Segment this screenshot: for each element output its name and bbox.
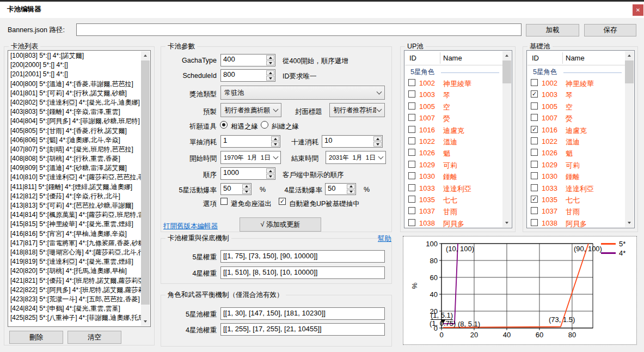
tencost-field[interactable]: 10: [322, 135, 383, 148]
spin-down-icon[interactable]: [373, 142, 382, 147]
list-item[interactable]: [413|813] 5*:[可莉] 4*:[芭芭拉,砂糖,菲謝爾]: [9, 201, 141, 210]
list-item[interactable]: [420|820] 5*:[胡桃] 4*:[托馬,迪奧娜,早柚]: [9, 266, 141, 276]
row-checkbox[interactable]: [531, 207, 538, 214]
base-table-scrollbar[interactable]: [625, 51, 634, 227]
list-item[interactable]: [424|824] 5*:[申鶴] 4*:[凝光,重雲,雲堇]: [9, 304, 141, 313]
pool-listbox[interactable]: [100|803] 5*:[] 4*:[諾艾爾][200|2000] 5*:[]…: [8, 50, 151, 327]
save-button[interactable]: 保存: [584, 24, 636, 37]
scroll-down-icon[interactable]: [502, 219, 511, 227]
list-item[interactable]: [410|810] 5*:[達達利亞] 4*:[蘿莎莉亞,芭芭拉,菲謝爾]: [9, 173, 141, 182]
spin-down-icon[interactable]: [242, 190, 250, 195]
scroll-thumb[interactable]: [502, 60, 511, 83]
col-header-name[interactable]: Name: [443, 54, 462, 62]
table-row[interactable]: 1007熒: [405, 112, 502, 124]
base-pool-table[interactable]: ID Name 5星角色 1002神里綾華✓1003琴1005空1007熒✓10…: [526, 50, 635, 228]
radio-encounter[interactable]: [220, 121, 228, 129]
load-button[interactable]: 加載: [526, 24, 579, 37]
path-input[interactable]: [76, 23, 522, 36]
list-item[interactable]: [100|803] 5*:[] 4*:[諾艾爾]: [9, 51, 141, 60]
table-row[interactable]: 1022溫迪: [405, 136, 502, 147]
add-update-button[interactable]: √ 添加或更新: [240, 217, 321, 232]
list-item[interactable]: [416|816] 5*:[宵宮] 4*:[早柚,迪奧娜,辛焱]: [9, 229, 141, 239]
table-row[interactable]: 1029可莉: [405, 159, 502, 171]
list-item[interactable]: [411|811] 5*:[鍾離] 4*:[煙緋,諾艾爾,迪奧娜]: [9, 183, 141, 192]
spin-up-icon[interactable]: [373, 136, 382, 141]
list-item[interactable]: [402|802] 5*:[達達利亞] 4*:[凝光,北斗,迪奧娜]: [9, 98, 141, 107]
spin-down-icon[interactable]: [266, 60, 274, 65]
row-checkbox[interactable]: [408, 114, 415, 121]
table-row[interactable]: 1005空: [528, 101, 625, 112]
table-row[interactable]: ✓1035七七: [528, 194, 625, 205]
spin-up-icon[interactable]: [266, 55, 274, 60]
list-item[interactable]: [405|805] 5*:[甘雨] 4*:[香菱,行秋,諾艾爾]: [9, 126, 141, 136]
table-row[interactable]: 1038阿貝多: [405, 217, 502, 228]
auto-avoid-checkbox[interactable]: ✓: [279, 198, 286, 205]
spin-up-icon[interactable]: [242, 184, 250, 189]
list-item[interactable]: [412|812] 5*:[優菈] 4*:[辛焱,行秋,北斗]: [9, 192, 141, 201]
list-item[interactable]: [408|808] 5*:[胡桃] 4*:[行秋,重雲,香菱]: [9, 154, 141, 163]
list-item[interactable]: [425|825] 5*:[八重神子] 4*:[菲謝爾,迪奧娜,托馬]: [9, 313, 141, 323]
bw5-input[interactable]: [[1, 30], [147, 150], [181, 10230]]: [220, 307, 385, 320]
row-checkbox[interactable]: [408, 161, 415, 168]
list-item[interactable]: [407|807] 5*:[刻晴] 4*:[凝光,班尼特,芭芭拉]: [9, 145, 141, 154]
rate5-field[interactable]: 50: [220, 183, 252, 195]
col-header-name[interactable]: Name: [566, 54, 585, 62]
row-checkbox[interactable]: [408, 207, 415, 214]
radio-intertwined[interactable]: [261, 121, 268, 129]
table-row[interactable]: 1005空: [405, 101, 502, 112]
gachatype-field[interactable]: 400: [220, 54, 275, 66]
up-pool-table[interactable]: ID Name 5星角色 1002神里綾華1003琴1005空1007熒1016…: [404, 50, 512, 228]
spin-up-icon[interactable]: [266, 70, 274, 75]
table-row[interactable]: 1026魈: [405, 147, 502, 159]
row-checkbox[interactable]: [531, 219, 538, 226]
scroll-down-icon[interactable]: [625, 219, 634, 227]
row-checkbox[interactable]: [408, 172, 415, 179]
row-checkbox[interactable]: [408, 219, 415, 226]
list-item[interactable]: [200|2000] 5*:[] 4*:[]: [9, 60, 141, 70]
up-table-scrollbar[interactable]: [502, 51, 511, 227]
row-checkbox[interactable]: [408, 137, 415, 144]
row-checkbox[interactable]: [531, 137, 538, 144]
w5-input[interactable]: [[1, 75], [73, 150], [90, 10000]]: [220, 250, 385, 263]
scroll-thumb[interactable]: [625, 60, 634, 83]
row-checkbox[interactable]: [531, 149, 538, 156]
spin-down-icon[interactable]: [266, 76, 274, 81]
table-row[interactable]: 1026魈: [528, 147, 625, 159]
list-item[interactable]: [404|804] 5*:[阿貝多] 4*:[菲謝爾,砂糖,班尼特]: [9, 117, 141, 126]
close-button[interactable]: ✕: [633, 4, 643, 16]
table-row[interactable]: 1037甘雨: [528, 205, 625, 217]
list-item[interactable]: [415|815] 5*:[神里綾華] 4*:[凝光,重雲,煙緋]: [9, 220, 141, 229]
table-row[interactable]: 1029可莉: [528, 159, 625, 171]
table-row[interactable]: 1002神里綾華: [405, 77, 502, 89]
row-checkbox-checked[interactable]: ✓: [531, 196, 538, 203]
row-checkbox[interactable]: [531, 114, 538, 121]
row-checkbox[interactable]: [408, 102, 415, 110]
table-row[interactable]: 1003琴: [405, 89, 502, 100]
open-old-editor-link[interactable]: 打開舊版本編輯器: [163, 222, 218, 231]
list-item[interactable]: [414|814] 5*:[楓原萬葉] 4*:[蘿莎莉亞,班尼特,雷澤]: [9, 210, 141, 220]
table-row[interactable]: 1035七七: [405, 194, 502, 205]
row-checkbox[interactable]: [408, 126, 415, 133]
list-item[interactable]: [422|822] 5*:[阿貝多] 4*:[班尼特,諾艾爾,蘿莎莉亞]: [9, 286, 141, 295]
row-checkbox-checked[interactable]: ✓: [531, 126, 538, 133]
row-checkbox-checked[interactable]: ✓: [531, 90, 538, 98]
list-item[interactable]: [421|821] 5*:[優菈] 4*:[班尼特,諾艾爾,蘿莎莉亞]: [9, 276, 141, 286]
list-item[interactable]: [401|801] 5*:[可莉] 4*:[行秋,諾艾爾,砂糖]: [9, 89, 141, 98]
list-item[interactable]: [403|803] 5*:[鍾離] 4*:[辛焱,雷澤,重雲]: [9, 107, 141, 117]
table-row[interactable]: 1007熒: [528, 112, 625, 124]
row-checkbox[interactable]: [531, 79, 538, 86]
table-row[interactable]: 1030鍾離: [528, 171, 625, 182]
table-row[interactable]: 1033達達利亞: [405, 183, 502, 194]
scroll-up-icon[interactable]: [502, 51, 511, 60]
scroll-thumb[interactable]: [141, 60, 150, 305]
table-row[interactable]: 1038阿貝多: [528, 217, 625, 228]
row-checkbox[interactable]: [408, 149, 415, 156]
clear-button[interactable]: 清空: [68, 331, 121, 344]
scroll-down-icon[interactable]: [141, 317, 150, 326]
scroll-up-icon[interactable]: [141, 51, 150, 60]
avoid-constellation-checkbox[interactable]: [220, 198, 228, 205]
spin-up-icon[interactable]: [347, 184, 355, 189]
list-item[interactable]: [406|806] 5*:[魈] 4*:[迪奧娜,北斗,辛焱]: [9, 136, 141, 145]
order-field[interactable]: 1000: [220, 167, 275, 180]
spin-down-icon[interactable]: [266, 174, 274, 179]
